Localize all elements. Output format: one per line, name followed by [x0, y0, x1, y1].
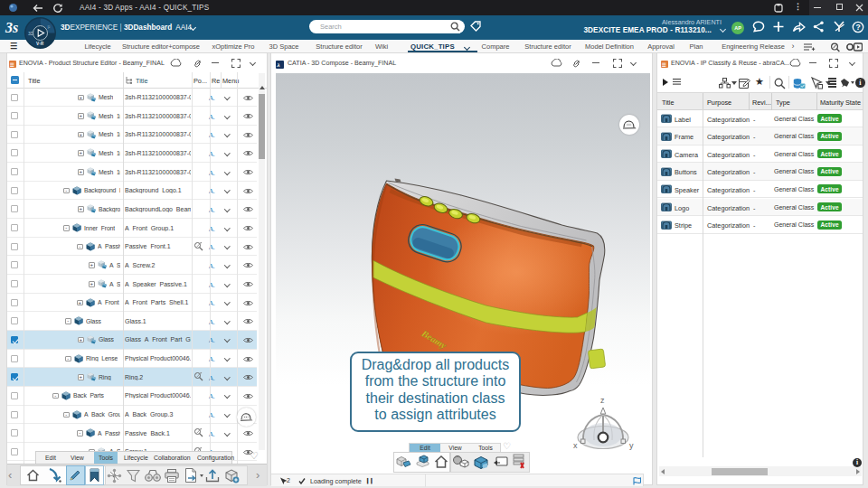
svg-text:V·R: V·R — [36, 42, 44, 46]
svg-text:x: x — [573, 441, 578, 450]
svg-text:☰: ☰ — [662, 62, 666, 68]
svg-text:3s: 3s — [5, 20, 18, 35]
svg-text:?: ? — [855, 23, 860, 32]
svg-text:z: z — [600, 396, 605, 405]
svg-text:☰: ☰ — [10, 62, 14, 68]
svg-text:3D: 3D — [28, 32, 34, 36]
svg-text:y: y — [629, 441, 634, 450]
svg-text:I²: I² — [48, 25, 51, 30]
svg-text:λ: λ — [276, 62, 279, 68]
